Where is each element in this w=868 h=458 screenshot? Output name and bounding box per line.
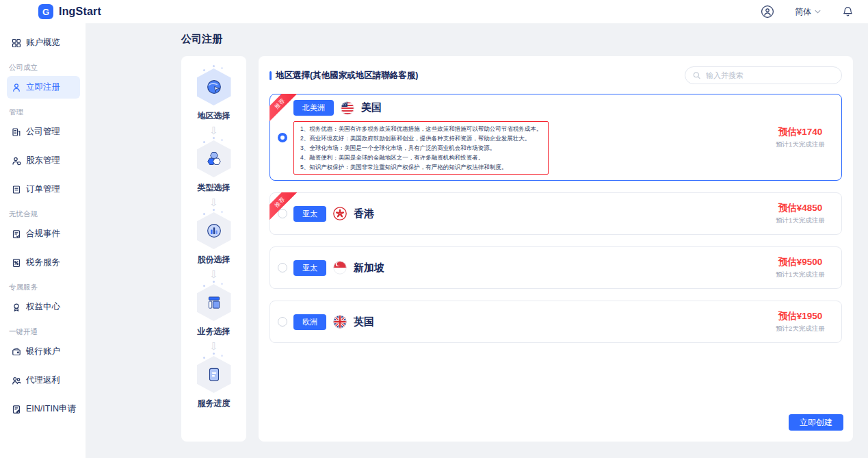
- sidebar-item-label: 代理返利: [26, 374, 60, 386]
- sidebar-item-bank-account[interactable]: 银行账户: [7, 340, 80, 363]
- estimated-price: 预估¥1740: [765, 126, 836, 138]
- region-card-sg[interactable]: 亚太: [269, 246, 842, 289]
- step-arrow-icon: ⇩: [181, 197, 246, 207]
- sg-flag-icon: [333, 261, 347, 275]
- order-icon: [12, 185, 21, 194]
- sidebar-item-order-mgmt[interactable]: 订单管理: [7, 178, 80, 201]
- region-card-uk[interactable]: 欧洲: [269, 301, 842, 343]
- us-flag-icon: [341, 101, 354, 115]
- sidebar-item-label: 账户概览: [26, 37, 60, 49]
- step-label: 类型选择: [181, 182, 246, 194]
- benefit-item: 2、商业环境友好：美国政府鼓励创新和创业，提供各种支持和资源，帮助企业发展壮大。: [300, 133, 542, 143]
- region-badge: 北美洲: [293, 100, 334, 116]
- customer-service-icon[interactable]: [761, 5, 774, 18]
- step-label: 股份选择: [181, 254, 246, 266]
- person-icon: [12, 83, 21, 92]
- create-now-button[interactable]: 立即创建: [789, 414, 843, 431]
- sidebar-section-label: 专属服务: [9, 283, 80, 292]
- step-service-progress[interactable]: 服务进度: [181, 356, 246, 409]
- tax-icon: [12, 258, 21, 268]
- price-block: 预估¥1740 预计1天完成注册: [765, 126, 836, 149]
- topbar: G IngStart 简体: [0, 0, 868, 23]
- region-name: 新加坡: [354, 262, 384, 275]
- grid-icon: [12, 38, 21, 48]
- search-input[interactable]: [705, 71, 834, 80]
- sidebar-item-label: EIN/ITIN申请: [26, 403, 76, 415]
- step-label: 业务选择: [181, 326, 246, 338]
- rebate-icon: [12, 376, 21, 385]
- region-radio-sg[interactable]: [278, 263, 287, 272]
- logo-icon: G: [38, 4, 53, 19]
- step-share-select[interactable]: 股份选择 ⇩: [181, 212, 246, 279]
- price-block: 预估¥4850 预计1天完成注册: [765, 202, 836, 225]
- region-radio-uk[interactable]: [278, 317, 287, 327]
- document-icon: [205, 366, 223, 383]
- sidebar-item-tax-services[interactable]: 税务服务: [7, 251, 80, 274]
- benefit-item: 5、知识产权保护：美国非常注重知识产权保护，有严格的知识产权法律和制度。: [300, 162, 542, 172]
- notification-bell-icon[interactable]: [841, 5, 854, 18]
- step-type-select[interactable]: 类型选择 ⇩: [181, 140, 246, 207]
- registration-duration: 预计2天完成注册: [765, 325, 836, 333]
- sidebar-item-label: 立即注册: [26, 81, 60, 93]
- estimated-price: 预估¥1950: [765, 310, 836, 322]
- language-selector[interactable]: 简体: [791, 5, 825, 18]
- main-content: 公司注册 地区选择 ⇩: [86, 23, 868, 458]
- chevron-down-icon: [815, 10, 821, 14]
- sidebar-section-label: 一键开通: [9, 327, 80, 337]
- sidebar-section-label: 管理: [9, 107, 80, 117]
- step-region-select[interactable]: 地区选择 ⇩: [181, 68, 246, 136]
- bank-icon: [12, 347, 21, 357]
- sidebar-item-label: 合规事件: [26, 228, 60, 240]
- sidebar-item-overview[interactable]: 账户概览: [7, 31, 80, 54]
- region-benefits: 1、税务优惠：美国有许多税务政策和优惠措施，这些政策和措施可以帮助公司节省税务成…: [293, 121, 549, 175]
- search-box[interactable]: [685, 66, 842, 84]
- sidebar-item-label: 订单管理: [26, 183, 60, 195]
- logo-text: IngStart: [59, 5, 101, 18]
- registration-duration: 预计1天完成注册: [765, 216, 836, 225]
- region-name: 英国: [354, 316, 374, 329]
- sidebar-item-benefits-center[interactable]: 权益中心: [7, 296, 80, 318]
- region-radio-hk[interactable]: [278, 209, 287, 218]
- sidebar-section-label: 无忧合规: [9, 209, 80, 219]
- region-name: 香港: [354, 207, 374, 220]
- price-block: 预估¥9500 预计1天完成注册: [765, 256, 836, 279]
- hexagons-icon: [205, 150, 223, 168]
- benefit-item: 1、税务优惠：美国有许多税务政策和优惠措施，这些政策和措施可以帮助公司节省税务成…: [300, 124, 542, 133]
- step-arrow-icon: ⇩: [181, 341, 246, 351]
- page-title: 公司注册: [181, 33, 853, 45]
- sidebar-item-compliance-events[interactable]: 合规事件: [7, 222, 80, 245]
- accent-bar: [269, 71, 272, 80]
- hk-flag-icon: [333, 207, 347, 220]
- sidebar-item-company-mgmt[interactable]: 公司管理: [7, 120, 80, 143]
- application-icon: [12, 405, 21, 414]
- search-icon: [693, 71, 700, 79]
- region-name: 美国: [361, 101, 382, 114]
- sidebar-item-ein-itin[interactable]: EIN/ITIN申请: [7, 398, 80, 420]
- price-block: 预估¥1950 预计2天完成注册: [765, 310, 836, 333]
- benefit-item: 3、全球化市场：美国是一个全球化市场，具有广泛的商业机会和市场资源。: [300, 143, 542, 153]
- sidebar-section-label: 公司成立: [9, 63, 80, 73]
- region-select-panel: 地区選擇(其他國家或地区請聯絡客服) 推荐: [259, 56, 853, 442]
- shareholder-icon: [12, 156, 21, 166]
- compliance-icon: [12, 229, 21, 239]
- step-arrow-icon: ⇩: [181, 269, 246, 279]
- step-label: 服务进度: [181, 398, 246, 409]
- sidebar-item-agent-rebate[interactable]: 代理返利: [7, 369, 80, 392]
- region-card-us[interactable]: 推荐 北美洲: [269, 94, 842, 181]
- sidebar-item-label: 税务服务: [26, 257, 60, 268]
- step-business-select[interactable]: 业务选择 ⇩: [181, 284, 246, 351]
- sidebar-item-shareholder-mgmt[interactable]: 股东管理: [7, 149, 80, 172]
- language-label: 简体: [795, 6, 811, 18]
- chart-icon: [205, 222, 223, 240]
- uk-flag-icon: [333, 315, 347, 329]
- sidebar-item-label: 银行账户: [26, 346, 60, 357]
- region-radio-us[interactable]: [278, 133, 287, 142]
- region-card-hk[interactable]: 推荐 亚太: [269, 192, 842, 235]
- app-logo: G IngStart: [38, 4, 101, 19]
- region-badge: 亚太: [293, 260, 326, 276]
- sidebar-item-register[interactable]: 立即注册: [7, 76, 80, 99]
- sidebar-item-label: 股东管理: [26, 155, 60, 166]
- registration-duration: 预计1天完成注册: [765, 140, 836, 149]
- panel-title: 地区選擇(其他國家或地区請聯絡客服): [269, 70, 418, 81]
- sidebar-item-label: 公司管理: [26, 126, 60, 138]
